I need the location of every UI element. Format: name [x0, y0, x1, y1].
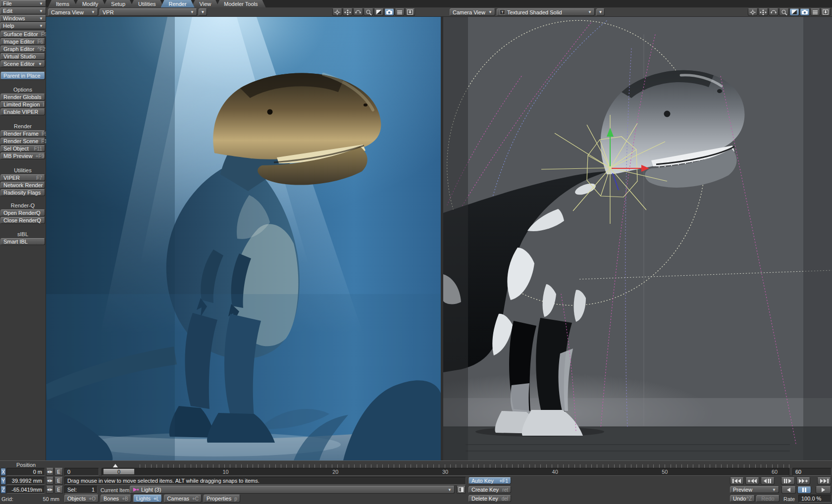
left-viewport-pan-icon[interactable] [343, 8, 353, 16]
sidebar-item-limited-region[interactable]: Limited Regionl [0, 101, 45, 108]
item-button-objects[interactable]: Objects+O [64, 495, 99, 503]
transport-controls [730, 477, 832, 485]
left-viewport-toolbar [332, 8, 415, 16]
left-render-mode-dropdown[interactable]: VPR ▼ [100, 8, 197, 16]
position-z-field[interactable]: -65.0419mm [6, 486, 45, 494]
left-viewport-zoom-icon[interactable] [364, 8, 373, 16]
sidebar-item-mb-preview[interactable]: MB Preview+F9 [0, 152, 45, 159]
right-viewport-opengl[interactable] [443, 17, 832, 460]
nudge-x-buttons[interactable]: ◀▶ [46, 468, 53, 476]
current-frame-marker[interactable] [113, 464, 118, 467]
position-x-field[interactable]: 0 m [6, 468, 45, 476]
play-reverse-button[interactable] [781, 486, 796, 494]
left-viewport-camera-icon[interactable] [384, 8, 394, 16]
previous-key-button[interactable] [745, 477, 759, 485]
auto-key-button[interactable]: Auto Key +F1 [468, 477, 511, 484]
end-frame-field[interactable]: 60 [792, 468, 832, 476]
play-forward-button[interactable] [816, 486, 831, 494]
envelope-x-button[interactable]: E [54, 468, 63, 476]
item-properties-mini-button[interactable] [457, 486, 466, 494]
step-back-button[interactable] [761, 477, 775, 485]
current-item-dropdown[interactable]: Light (3) ▼ [130, 486, 455, 494]
step-forward-button[interactable] [781, 477, 795, 485]
position-y-field[interactable]: 39.9992 mm [6, 477, 45, 485]
nudge-y-buttons[interactable]: ◀▶ [46, 477, 53, 485]
sidebar-item-virtual-studio[interactable]: Virtual Studio [0, 53, 45, 60]
tab-setup[interactable]: Setup [103, 0, 133, 7]
left-viewport-list-icon[interactable] [395, 8, 405, 16]
sidebar-item-smart-ibl[interactable]: Smart IBL [0, 238, 45, 245]
sidebar-item-open-renderq[interactable]: Open RenderQ [0, 209, 45, 216]
tab-modify[interactable]: Modify [74, 0, 106, 7]
next-key-button[interactable] [796, 477, 810, 485]
right-viewport-options-dropdown[interactable]: ▼ [596, 8, 605, 16]
sidebar-item-viper[interactable]: VIPERF7 [0, 174, 45, 181]
left-viewport-expand-icon[interactable] [405, 8, 415, 16]
pause-button[interactable] [797, 486, 811, 494]
left-viewport-options-dropdown[interactable]: ▼ [199, 8, 207, 16]
delete-key-button[interactable]: Delete Key del [468, 495, 511, 502]
sidebar-item-parent-in-place[interactable]: Parent in Place [0, 72, 45, 80]
jump-end-button[interactable] [817, 477, 831, 485]
left-view-mode-dropdown[interactable]: Camera View ▼ [48, 8, 98, 16]
undo-button[interactable]: Undo ^Z [730, 495, 755, 502]
tab-modeler-tools[interactable]: Modeler Tools [216, 0, 265, 7]
sidebar-item-scene-editor[interactable]: Scene Editor▼ [0, 60, 45, 67]
timeline-ruler[interactable] [140, 464, 789, 468]
left-viewport-rotate-icon[interactable] [353, 8, 363, 16]
sidebar-item-graph-editor[interactable]: Graph Editor^F2 [0, 46, 45, 52]
right-viewport-expand-icon[interactable] [821, 8, 831, 16]
left-viewport-move-icon[interactable] [332, 8, 342, 16]
sidebar-item-enable-viper[interactable]: Enable VIPER [0, 108, 45, 115]
right-render-mode-dropdown[interactable]: T Textured Shaded Solid ▼ [497, 8, 595, 16]
tab-items[interactable]: Items [48, 0, 77, 7]
sidebar-item-image-editor[interactable]: Image EditorF6 [0, 38, 45, 45]
item-button-bones[interactable]: Bones+B [101, 495, 131, 503]
sidebar-item-surface-editor[interactable]: Surface EditorF5 [0, 31, 45, 38]
menu-windows[interactable]: Windows▼ [0, 15, 46, 22]
create-key-button[interactable]: Create Key ret [468, 486, 511, 493]
tab-view[interactable]: View [192, 0, 219, 7]
left-viewport-minmax-icon[interactable] [374, 8, 384, 16]
sidebar-item-render-frame[interactable]: Render FrameF9 [0, 130, 45, 137]
frame-slider[interactable]: 0 102030405060 [102, 468, 789, 476]
tab-utilities[interactable]: Utilities [130, 0, 163, 7]
sidebar-item-close-renderq[interactable]: Close RenderQ [0, 217, 45, 224]
right-viewport-camera-icon[interactable] [800, 8, 810, 16]
right-viewport-move-icon[interactable] [748, 8, 758, 16]
menu-help[interactable]: Help▼ [0, 22, 46, 29]
sidebar-item-label: VIPER [3, 175, 20, 181]
sidebar-item-render-scene[interactable]: Render SceneF10 [0, 138, 45, 145]
current-frame-field[interactable]: 0 [64, 468, 99, 476]
right-viewport-pan-icon[interactable] [758, 8, 768, 16]
sidebar-item-network-render[interactable]: Network Render [0, 182, 45, 189]
frame-slider-handle[interactable]: 0 [103, 469, 135, 475]
left-viewport-vpr-render[interactable] [46, 17, 441, 460]
tab-render[interactable]: Render [161, 0, 195, 7]
rate-field[interactable]: 100.0 % [798, 495, 832, 503]
right-viewport-rotate-icon[interactable] [769, 8, 779, 16]
preview-dropdown[interactable]: Preview ▼ [730, 486, 779, 493]
right-viewport-list-icon[interactable] [810, 8, 820, 16]
nudge-z-buttons[interactable]: ◀▶ [46, 486, 53, 494]
sidebar-item-sel-object[interactable]: Sel ObjectF11 [0, 145, 45, 152]
redo-button[interactable]: Redo [756, 495, 780, 502]
item-button-properties[interactable]: Propertiesp [204, 495, 240, 503]
envelope-y-button[interactable]: E [54, 477, 63, 485]
right-viewport-minmax-icon[interactable] [789, 8, 799, 16]
envelope-z-button[interactable]: E [54, 486, 63, 494]
axis-x-button[interactable]: X [0, 468, 6, 476]
lightwave-layout-window: File▼Edit▼Windows▼Help▼ ItemsModifySetup… [0, 0, 832, 504]
axis-y-button[interactable]: Y [0, 477, 6, 485]
axis-z-button[interactable]: Z [0, 486, 6, 494]
right-view-mode-dropdown[interactable]: Camera View ▼ [450, 8, 495, 16]
item-button-lights[interactable]: Lights+L [133, 495, 162, 503]
sidebar-item-render-globals[interactable]: Render Globals [0, 94, 45, 101]
sidebar-item-radiosity-flags[interactable]: Radiosity Flags [0, 189, 45, 196]
menu-file[interactable]: File▼ [0, 0, 46, 7]
jump-start-button[interactable] [730, 477, 744, 485]
menu-edit[interactable]: Edit▼ [0, 7, 46, 14]
sidebar-item-label: Graph Editor [3, 46, 34, 52]
right-viewport-zoom-icon[interactable] [779, 8, 789, 16]
item-button-cameras[interactable]: Cameras+C [164, 495, 202, 503]
